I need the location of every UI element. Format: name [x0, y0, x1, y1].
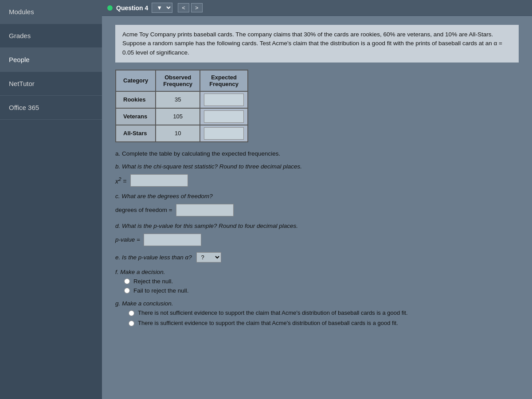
table-row-allstars: All-Stars 10 — [116, 125, 248, 142]
reject-null-label: Reject the null. — [133, 278, 173, 285]
question-f: f. Make a decision. Reject the null. Fai… — [115, 269, 519, 294]
question-a-text: a. Complete the table by calculating the… — [115, 150, 519, 157]
degrees-of-freedom-row: degrees of freedom = — [115, 204, 234, 216]
col-header-category: Category — [116, 70, 156, 91]
observed-rookies: 35 — [156, 91, 200, 108]
pvalue-input[interactable] — [144, 234, 201, 246]
degrees-of-freedom-input[interactable] — [176, 204, 234, 216]
sidebar-item-grades[interactable]: Grades — [0, 24, 102, 48]
next-question-button[interactable]: > — [191, 3, 203, 12]
chi-square-input[interactable] — [130, 174, 188, 187]
sidebar-item-people[interactable]: People — [0, 48, 102, 72]
chi-square-input-row: x2 = — [115, 174, 188, 187]
col-header-observed: ObservedFrequency — [156, 70, 200, 91]
question-d: d. What is the p-value for this sample? … — [115, 223, 519, 246]
sidebar-label-office365: Office 365 — [9, 104, 39, 111]
fail-to-reject-radio[interactable] — [124, 288, 130, 293]
decision-reject[interactable]: Reject the null. — [124, 278, 519, 285]
problem-text: Acme Toy Company prints baseball cards. … — [115, 25, 519, 63]
pvalue-label: p-value = — [115, 236, 140, 243]
expected-allstars-cell — [200, 125, 248, 142]
question-b: b. What is the chi-square test statistic… — [115, 163, 519, 187]
question-e-text: e. Is the p-value less than α? — [115, 254, 192, 261]
sidebar-item-modules[interactable]: Modules — [0, 0, 102, 24]
not-sufficient-radio[interactable] — [129, 310, 134, 316]
table-row-veterans: Veterans 105 — [116, 108, 248, 125]
question-b-text: b. What is the chi-square test statistic… — [115, 163, 519, 170]
degrees-freedom-label: degrees of freedom = — [115, 207, 172, 213]
sidebar-label-nettutor: NetTutor — [9, 80, 35, 87]
chi-square-symbol: x2 = — [115, 176, 127, 185]
question-g-text: g. Make a conclusion. — [115, 300, 519, 307]
category-veterans: Veterans — [116, 108, 156, 125]
question-d-text: d. What is the p-value for this sample? … — [115, 223, 519, 229]
question-status-dot — [107, 5, 113, 11]
sidebar-label-grades: Grades — [9, 32, 31, 39]
sidebar: Modules Grades People NetTutor Office 36… — [0, 0, 102, 399]
table-row-rookies: Rookies 35 — [116, 91, 248, 108]
expected-allstars-input[interactable] — [204, 127, 244, 140]
expected-rookies-cell — [200, 91, 248, 108]
conclusion-not-sufficient[interactable]: There is not sufficient evidence to supp… — [129, 309, 519, 316]
sidebar-item-nettutor[interactable]: NetTutor — [0, 72, 102, 96]
question-g: g. Make a conclusion. There is not suffi… — [115, 300, 519, 326]
fail-to-reject-label: Fail to reject the null. — [133, 287, 189, 294]
question-dropdown[interactable]: ▼ — [152, 3, 172, 13]
category-rookies: Rookies — [116, 91, 156, 108]
frequency-table: Category ObservedFrequency ExpectedFrequ… — [115, 70, 248, 142]
sidebar-label-modules: Modules — [9, 8, 34, 16]
question-c-text: c. What are the degrees of freedom? — [115, 193, 519, 200]
observed-allstars: 10 — [156, 125, 200, 142]
question-e: e. Is the p-value less than α? ? Yes No — [115, 252, 519, 262]
sufficient-radio[interactable] — [129, 321, 134, 326]
sidebar-item-office365[interactable]: Office 365 — [0, 96, 102, 120]
not-sufficient-label: There is not sufficient evidence to supp… — [138, 309, 408, 316]
expected-veterans-input[interactable] — [204, 110, 244, 123]
observed-veterans: 105 — [156, 108, 200, 125]
reject-null-radio[interactable] — [124, 278, 130, 284]
main-area: Question 4 ▼ < > Acme Toy Company prints… — [102, 0, 532, 399]
conclusion-sufficient[interactable]: There is sufficient evidence to support … — [129, 320, 519, 326]
topbar: Question 4 ▼ < > — [102, 0, 532, 16]
pvalue-input-row: p-value = — [115, 234, 201, 246]
expected-rookies-input[interactable] — [204, 94, 244, 106]
expected-veterans-cell — [200, 108, 248, 125]
col-header-expected: ExpectedFrequency — [200, 70, 248, 91]
question-title: Question 4 — [116, 4, 148, 12]
sidebar-label-people: People — [9, 56, 30, 63]
question-c: c. What are the degrees of freedom? degr… — [115, 193, 519, 216]
content-area: Acme Toy Company prints baseball cards. … — [102, 16, 532, 399]
prev-question-button[interactable]: < — [178, 3, 189, 12]
sufficient-label: There is sufficient evidence to support … — [138, 320, 398, 326]
question-a: a. Complete the table by calculating the… — [115, 150, 519, 157]
nav-buttons: < > — [178, 3, 202, 12]
conclusion-radio-group: There is not sufficient evidence to supp… — [129, 309, 519, 326]
category-allstars: All-Stars — [116, 125, 156, 142]
question-f-text: f. Make a decision. — [115, 269, 519, 275]
problem-description: Acme Toy Company prints baseball cards. … — [122, 31, 502, 56]
decision-fail-to-reject[interactable]: Fail to reject the null. — [124, 287, 519, 294]
decision-radio-group: Reject the null. Fail to reject the null… — [124, 278, 519, 294]
pvalue-comparison-dropdown[interactable]: ? Yes No — [196, 252, 221, 262]
